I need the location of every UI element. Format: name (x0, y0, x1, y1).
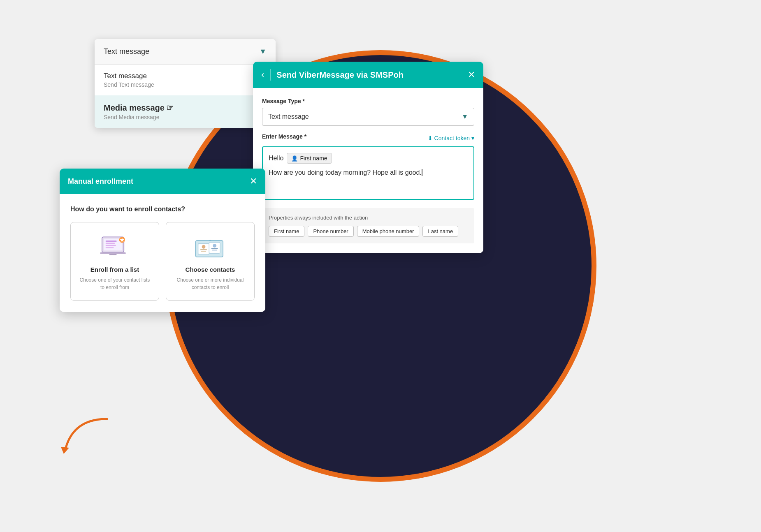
arrow-decoration (41, 411, 123, 460)
enrollment-panel: Manual enrollment ✕ How do you want to e… (60, 169, 265, 312)
svg-rect-17 (211, 248, 218, 249)
dropdown-item-title-0: Text message (104, 72, 267, 80)
svg-rect-9 (109, 254, 117, 255)
svg-rect-8 (100, 252, 125, 254)
enroll-from-list-desc: Choose one of your contact lists to enro… (77, 276, 152, 291)
svg-marker-19 (61, 447, 69, 454)
dropdown-panel: Text message ▼ Text message Send Text me… (95, 39, 276, 128)
enrollment-body: How do you want to enroll contacts? (60, 194, 265, 312)
enroll-from-list-icon-area (96, 231, 133, 260)
viber-panel-title: Send ViberMessage via SMSPoh (276, 70, 462, 80)
message-type-select[interactable]: Text message ▼ (262, 108, 474, 126)
property-tag-2: Mobile phone number (357, 226, 420, 237)
viber-close-button[interactable]: ✕ (468, 70, 475, 79)
viber-header: ‹ Send ViberMessage via SMSPoh ✕ (253, 62, 483, 88)
message-body-text: How are you doing today morning? Hope al… (269, 168, 468, 178)
token-person-icon: 👤 (291, 155, 298, 162)
dropdown-item-media[interactable]: Media message☞ Send Media message (95, 95, 276, 128)
contact-token-chevron: ▾ (471, 135, 474, 141)
select-arrow-icon: ▼ (462, 113, 468, 120)
token-first-name-label: First name (300, 155, 327, 162)
dropdown-header[interactable]: Text message ▼ (95, 39, 276, 65)
properties-section: Properties always included with the acti… (262, 208, 474, 243)
property-tag-1: Phone number (308, 226, 353, 237)
svg-rect-18 (212, 250, 217, 250)
svg-point-12 (202, 245, 206, 248)
message-first-line: Hello 👤 First name (269, 153, 468, 164)
svg-point-16 (213, 244, 216, 247)
dropdown-item-sub-1: Send Media message (104, 114, 267, 120)
enter-message-label: Enter Message * (262, 133, 306, 140)
enrollment-title: Manual enrollment (68, 177, 133, 186)
svg-rect-4 (106, 245, 116, 246)
svg-rect-5 (106, 247, 114, 248)
message-text-area[interactable]: Hello 👤 First name How are you doing tod… (262, 146, 474, 200)
enroll-from-list-label: Enroll from a list (90, 266, 139, 273)
properties-title: Properties always included with the acti… (269, 215, 468, 221)
enter-message-row: Enter Message * ⬇ Contact token ▾ (262, 133, 474, 143)
enrollment-close-button[interactable]: ✕ (250, 176, 257, 187)
svg-rect-13 (200, 249, 207, 250)
property-tag-0: First name (269, 226, 304, 237)
contact-token-button[interactable]: ⬇ Contact token ▾ (428, 135, 474, 141)
property-tags-container: First name Phone number Mobile phone num… (269, 226, 468, 237)
enroll-from-list-icon (98, 233, 131, 259)
dropdown-arrow-icon: ▼ (259, 47, 267, 56)
dropdown-item-text[interactable]: Text message Send Text message (95, 65, 276, 95)
contact-token-icon: ⬇ (428, 135, 433, 141)
choose-contacts-icon-area (192, 231, 229, 260)
svg-rect-2 (106, 241, 117, 242)
viber-panel: ‹ Send ViberMessage via SMSPoh ✕ Message… (253, 62, 483, 253)
viber-body: Message Type * Text message ▼ Enter Mess… (253, 88, 483, 253)
contact-token-label: Contact token (434, 135, 470, 141)
dropdown-item-sub-0: Send Text message (104, 81, 267, 88)
enrollment-options: Enroll from a list Choose one of your co… (70, 222, 255, 301)
choose-contacts-desc: Choose one or more individual contacts t… (173, 276, 248, 291)
viber-header-divider (270, 69, 271, 81)
first-name-token-badge[interactable]: 👤 First name (287, 153, 332, 164)
message-hello-text: Hello (269, 155, 283, 162)
dropdown-item-title-1: Media message☞ (104, 103, 267, 113)
message-type-value: Text message (268, 113, 309, 120)
enroll-from-list-option[interactable]: Enroll from a list Choose one of your co… (70, 222, 159, 301)
message-type-label: Message Type * (262, 98, 474, 104)
choose-contacts-option[interactable]: Choose contacts Choose one or more indiv… (166, 222, 255, 301)
enrollment-header: Manual enrollment ✕ (60, 169, 265, 194)
svg-rect-14 (201, 251, 206, 252)
choose-contacts-label: Choose contacts (186, 266, 235, 273)
property-tag-3: Last name (422, 226, 458, 237)
cursor-icon: ☞ (166, 103, 174, 113)
viber-back-button[interactable]: ‹ (261, 70, 264, 79)
svg-rect-3 (106, 243, 115, 244)
scene-container: Text message ▼ Text message Send Text me… (0, 0, 761, 532)
enrollment-question: How do you want to enroll contacts? (70, 206, 255, 213)
text-cursor (422, 169, 422, 176)
dropdown-selected-value: Text message (104, 47, 149, 56)
choose-contacts-icon (194, 233, 227, 259)
